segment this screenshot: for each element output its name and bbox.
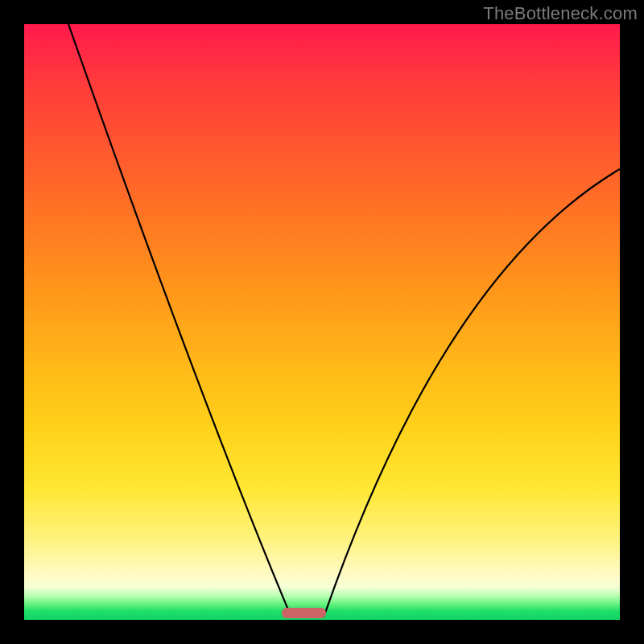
watermark-text: TheBottleneck.com [483,3,638,24]
plot-area [24,24,620,620]
curve-svg [24,24,620,620]
curve-right-branch [324,169,620,617]
bottleneck-marker [282,608,326,618]
chart-frame: TheBottleneck.com [0,0,644,644]
curve-left-branch [68,24,291,617]
